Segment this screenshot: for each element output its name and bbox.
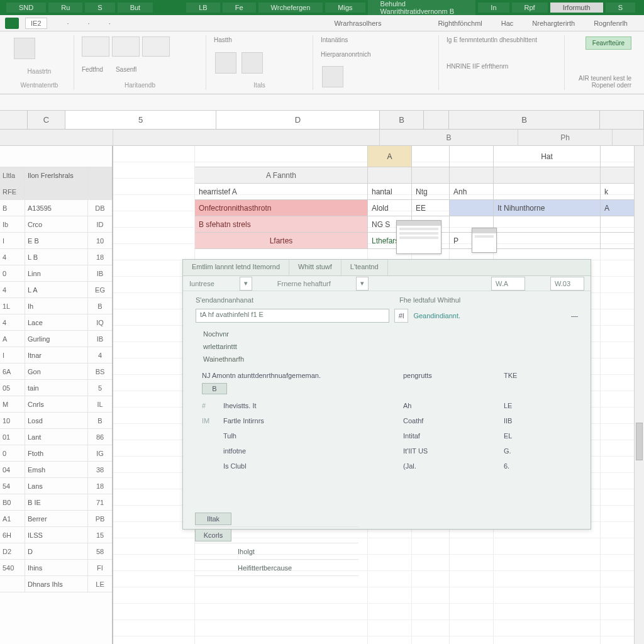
cell[interactable]: Gon [25, 364, 88, 379]
cell[interactable]: Ihins [25, 560, 88, 575]
grid-body[interactable]: A Hat A Fannth hearristef A hantal Ntg A… [113, 146, 644, 644]
icon-button[interactable]: #l [394, 309, 409, 323]
cell[interactable]: hearristef A [195, 184, 368, 199]
cell[interactable] [0, 576, 25, 592]
cell[interactable]: A Fannth [195, 167, 368, 183]
cell[interactable]: 15 [88, 527, 112, 543]
cell[interactable]: 4 [0, 314, 25, 330]
cell[interactable]: 5 [88, 380, 112, 396]
cell[interactable]: Dhnars Ihls [25, 576, 88, 592]
mini-button[interactable]: B [202, 383, 227, 394]
cell[interactable]: IQ [88, 314, 112, 330]
cell[interactable]: IB [88, 331, 112, 347]
column-header[interactable]: D [216, 111, 380, 129]
ribbon-tab[interactable]: · [80, 17, 97, 30]
cell[interactable]: 18 [88, 249, 112, 265]
preview-thumbnail[interactable] [472, 228, 497, 253]
cell[interactable]: Linn [25, 265, 88, 281]
number-input[interactable]: W.A [491, 277, 525, 291]
titlebar-tab[interactable]: Fe [223, 3, 256, 13]
cell[interactable]: A1 [0, 511, 25, 526]
cell[interactable]: 10 [0, 413, 25, 428]
cell[interactable]: Ph [518, 130, 613, 145]
cell[interactable]: Lant [25, 429, 88, 445]
cell[interactable]: 86 [88, 429, 112, 445]
cell-highlight[interactable]: It Nihunthorne [494, 200, 601, 216]
row-label[interactable]: intfotne [223, 447, 246, 455]
cell[interactable]: 54 [0, 478, 25, 494]
cell[interactable]: IB [88, 265, 112, 281]
cell[interactable]: Anh [450, 184, 494, 199]
column-header[interactable]: B [380, 111, 424, 129]
dialog-tab[interactable]: Emtlim lannnt letnd Itemornd [183, 260, 289, 275]
text-input[interactable]: tA hf avathinfehl f1 E [196, 309, 389, 323]
cell[interactable]: B IE [25, 494, 88, 510]
vertical-scrollbar[interactable] [634, 146, 644, 644]
cell[interactable]: Crco [25, 216, 88, 232]
cell[interactable]: Gurling [25, 331, 88, 347]
ribbon-gallery-item[interactable] [142, 36, 170, 57]
cell[interactable]: Ilon Frerlshrals [25, 167, 88, 183]
cell[interactable]: PB [88, 511, 112, 526]
ribbon-button[interactable] [215, 52, 236, 74]
ribbon-gallery-item[interactable] [112, 36, 140, 57]
ribbon-tab[interactable]: Wrarhrasolhers [326, 17, 389, 30]
cell[interactable]: IG [88, 445, 112, 461]
column-header[interactable]: B [449, 111, 600, 129]
cell[interactable]: 0 [0, 265, 25, 281]
cell[interactable]: Ib [0, 216, 25, 232]
cell[interactable]: 05 [0, 380, 25, 396]
name-box[interactable]: IE2 [25, 18, 47, 29]
ribbon-gallery-item[interactable] [82, 36, 109, 57]
app-icon[interactable] [5, 18, 19, 29]
cell[interactable]: B0 [0, 494, 25, 510]
cell-highlight[interactable]: Lfartes [195, 233, 368, 248]
cell[interactable]: Alold [368, 200, 412, 216]
cell[interactable]: 04 [0, 462, 25, 477]
cell[interactable]: tain [25, 380, 88, 396]
ribbon-button[interactable] [242, 52, 263, 74]
cell[interactable]: D2 [0, 543, 25, 559]
cell[interactable]: 01 [0, 429, 25, 445]
row-label[interactable]: Tulh [223, 432, 236, 440]
cell[interactable]: ID [88, 216, 112, 232]
ribbon-tab[interactable]: Rognfenrlh [586, 17, 635, 30]
cell[interactable]: Cnrls [25, 396, 88, 412]
column-header[interactable]: C [28, 111, 65, 129]
cell[interactable]: Ftoth [25, 445, 88, 461]
ribbon-tab[interactable]: Nrehargterirth [525, 17, 582, 30]
cell[interactable]: A13595 [25, 200, 88, 216]
dialog-tab[interactable]: L'teantnd [341, 260, 388, 275]
cell-highlight[interactable]: Onfectronnithasthrotn [195, 200, 368, 216]
cell[interactable]: B [380, 130, 518, 145]
row-label[interactable]: Is Clubl [223, 462, 247, 470]
cell[interactable] [88, 167, 112, 183]
cell[interactable]: 4 [88, 347, 112, 363]
cell[interactable]: E B [25, 233, 88, 248]
cell[interactable]: I [0, 233, 25, 248]
cell[interactable]: Lace [25, 314, 88, 330]
select-all-corner[interactable] [0, 111, 28, 129]
cell[interactable]: D [25, 543, 88, 559]
ribbon-button[interactable] [14, 38, 35, 59]
ribbon-action-button[interactable]: Feavrfteüre [586, 36, 631, 50]
cell[interactable]: 6H [0, 527, 25, 543]
list-item[interactable]: wrlettarinttt [202, 340, 572, 353]
cell[interactable]: B [88, 413, 112, 428]
titlebar-tab[interactable]: LB [186, 3, 219, 13]
cell-highlight[interactable]: B sfehatn strels [195, 216, 368, 232]
cell[interactable]: Ntg [412, 184, 450, 199]
column-header[interactable] [600, 111, 644, 129]
cell[interactable]: LE [88, 576, 112, 592]
titlebar-tab[interactable]: Migs [325, 3, 365, 13]
cell[interactable]: 58 [88, 543, 112, 559]
row-label[interactable]: Fartle Intirnrs [223, 417, 264, 425]
dropdown[interactable]: ▾ [240, 277, 252, 291]
dropdown[interactable]: ▾ [356, 277, 369, 291]
cell[interactable]: 4 [0, 282, 25, 297]
ribbon-tab[interactable]: · [101, 17, 118, 30]
cell[interactable]: 71 [88, 494, 112, 510]
scrollbar-thumb[interactable] [636, 423, 643, 460]
cell[interactable]: 540 [0, 560, 25, 575]
cell[interactable]: 1L [0, 298, 25, 314]
